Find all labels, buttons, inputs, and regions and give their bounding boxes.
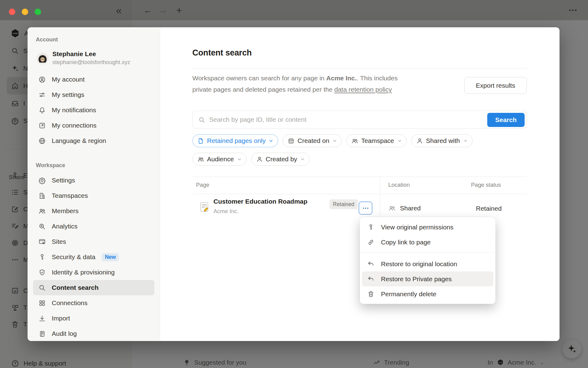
account-section-heading: Account [36, 36, 58, 43]
menu-item-permanently-delete[interactable]: Permanently delete [362, 286, 493, 301]
sidebar-item-security-data[interactable]: Security & data New [33, 249, 154, 265]
sidebar-item-sites[interactable]: Sites [33, 234, 154, 249]
sidebar-item-my-connections[interactable]: My connections [33, 118, 154, 133]
account-user-row[interactable]: Stephanie Lee stephanie@toolsforthought.… [28, 50, 160, 69]
title-divider [192, 68, 527, 68]
location-cell: Shared [388, 205, 421, 212]
share-box-icon [38, 122, 46, 129]
column-header-page-status: Page status [471, 182, 501, 188]
chevron-down-icon [268, 138, 274, 144]
row-more-button[interactable] [359, 201, 372, 215]
user-email: stephanie@toolsforthought.xyz [52, 59, 130, 66]
building-icon [38, 192, 46, 200]
filter-chip-created-by[interactable]: Created by [251, 153, 310, 166]
page-row-workspace: Acme Inc. [213, 208, 239, 215]
close-window-button[interactable] [9, 9, 15, 15]
menu-item-view-original-permissions[interactable]: View original permissions [362, 220, 493, 235]
trash-icon [367, 290, 375, 298]
person-circle-icon [38, 76, 46, 83]
chevron-down-icon [332, 138, 338, 144]
avatar [37, 53, 48, 64]
menu-divider [360, 252, 496, 252]
filter-chip-created-on[interactable]: Created on [283, 134, 342, 147]
sidebar-item-content-search[interactable]: Content search [33, 280, 154, 295]
table-header-divider [192, 194, 527, 194]
person-icon [416, 137, 423, 144]
sidebar-item-members[interactable]: Members [33, 203, 154, 219]
retained-badge: Retained [330, 199, 358, 209]
page-status-cell: Retained [476, 205, 502, 212]
search-plus-icon [38, 223, 46, 230]
undo-icon [367, 260, 375, 268]
sidebar-item-my-account[interactable]: My account [33, 72, 154, 87]
filter-chip-shared-with[interactable]: Shared with [411, 134, 473, 147]
globe-icon [38, 137, 46, 145]
link-icon [367, 239, 375, 246]
new-badge: New [102, 253, 119, 261]
table-column-divider [380, 177, 380, 222]
sidebar-item-import[interactable]: Import [33, 311, 154, 326]
gear-icon [38, 177, 46, 184]
workspace-section-heading: Workspace [36, 162, 65, 169]
user-name: Stephanie Lee [52, 50, 96, 58]
key-icon [367, 224, 375, 231]
zoom-window-button[interactable] [35, 9, 41, 15]
page-row-title[interactable]: Customer Education Roadmap [213, 198, 307, 205]
people-icon [38, 207, 46, 215]
menu-item-restore-original-location[interactable]: Restore to original location [362, 256, 493, 271]
memo-page-icon [198, 201, 210, 213]
sidebar-item-my-settings[interactable]: My settings [33, 87, 154, 102]
search-icon [38, 284, 46, 292]
people-icon [351, 137, 358, 144]
bell-icon [38, 106, 46, 114]
download-icon [38, 315, 46, 322]
export-results-button[interactable]: Export results [464, 77, 527, 94]
traffic-lights [9, 9, 41, 15]
search-button[interactable]: Search [487, 113, 525, 127]
menu-item-restore-private-pages[interactable]: Restore to Private pages [362, 271, 493, 286]
undo-icon [367, 275, 375, 283]
menu-item-copy-link[interactable]: Copy link to page [362, 235, 493, 250]
filter-chip-retained-pages-only[interactable]: Retained pages only [192, 134, 278, 147]
content-search-bar: Search [192, 111, 527, 128]
page-title: Content search [192, 48, 252, 58]
column-header-page: Page [196, 182, 209, 188]
search-icon [198, 116, 205, 124]
row-context-menu: View original permissions Copy link to p… [360, 217, 496, 304]
sidebar-item-my-notifications[interactable]: My notifications [33, 102, 154, 118]
search-input[interactable] [209, 111, 479, 128]
doc-icon [197, 137, 204, 144]
filter-chip-teamspace[interactable]: Teamspace [346, 134, 406, 147]
calendar-icon [288, 137, 295, 144]
data-retention-policy-link[interactable]: data retention policy [334, 86, 392, 93]
key-icon [38, 253, 46, 261]
sidebar-item-audit-log[interactable]: Audit log [33, 326, 154, 341]
chevron-down-icon [462, 138, 469, 144]
shield-check-icon [38, 269, 46, 276]
page-description: Workspace owners can search for any page… [192, 72, 398, 95]
window-cursor-icon [38, 238, 46, 246]
people-icon [388, 205, 396, 212]
table-top-divider [192, 177, 527, 177]
grid-icon [38, 299, 46, 307]
chevron-down-icon [397, 138, 403, 144]
chevron-down-icon [236, 156, 243, 162]
filter-chip-audience[interactable]: Audience [192, 153, 247, 166]
sidebar-item-identity-provisioning[interactable]: Identity & provisioning [33, 265, 154, 280]
sidebar-item-settings[interactable]: Settings [33, 173, 154, 188]
sidebar-item-connections[interactable]: Connections [33, 295, 154, 311]
sidebar-item-teamspaces[interactable]: Teamspaces [33, 188, 154, 203]
dots-icon [362, 204, 370, 212]
sliders-icon [38, 91, 46, 99]
minimize-window-button[interactable] [22, 9, 28, 15]
chevron-down-icon [300, 156, 306, 162]
settings-sidebar: Account Stephanie Lee stephanie@toolsfor… [28, 27, 160, 341]
sidebar-item-analytics[interactable]: Analytics [33, 219, 154, 234]
scroll-icon [38, 330, 46, 338]
people-icon [197, 156, 204, 163]
person-icon [256, 156, 263, 163]
workspace-name: Acme Inc. [326, 75, 356, 82]
column-header-location: Location [388, 182, 410, 188]
sidebar-item-language-region[interactable]: Language & region [33, 133, 154, 148]
